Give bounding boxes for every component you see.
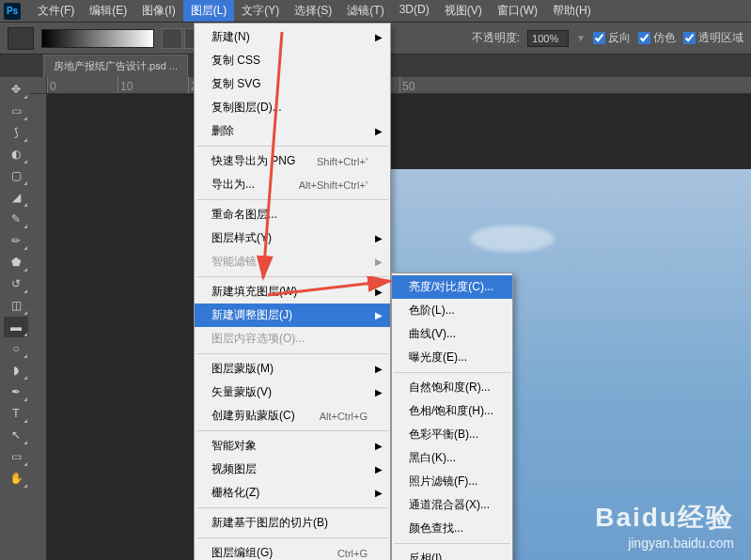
adjust-menu-item-9[interactable]: 照片滤镜(F)... xyxy=(392,470,512,493)
adjust-menu-item-10[interactable]: 通道混合器(X)... xyxy=(392,493,512,517)
gradient-tool[interactable]: ▬ xyxy=(4,317,28,337)
gradient-preview[interactable] xyxy=(41,29,154,48)
vertical-ruler[interactable] xyxy=(30,94,47,560)
adjustment-submenu: 亮度/对比度(C)...色阶(L)...曲线(V)...曝光度(E)...自然饱… xyxy=(391,272,513,560)
submenu-arrow-icon: ▶ xyxy=(375,464,383,474)
tool-preset[interactable] xyxy=(8,27,34,50)
layer-menu-item-13[interactable]: 新建填充图层(W)▶ xyxy=(195,280,390,303)
document-tab[interactable]: 房地产报纸广告设计.psd ... xyxy=(43,54,188,77)
opacity-label: 不透明度: xyxy=(472,30,520,46)
stamp-tool[interactable]: ⬟ xyxy=(4,252,28,272)
watermark-brand: Baidu经验 xyxy=(595,500,734,536)
layer-menu-item-14[interactable]: 新建调整图层(J)▶ xyxy=(195,303,390,327)
app-logo: Ps xyxy=(4,3,21,20)
adjust-menu-item-0[interactable]: 亮度/对比度(C)... xyxy=(392,275,512,299)
submenu-arrow-icon: ▶ xyxy=(375,441,383,451)
menu-图像(I)[interactable]: 图像(I) xyxy=(134,0,182,22)
submenu-arrow-icon: ▶ xyxy=(375,126,383,136)
submenu-arrow-icon: ▶ xyxy=(375,310,383,320)
adjust-menu-item-13[interactable]: 反相(I)... xyxy=(392,547,512,560)
watermark-url: jingyan.baidu.com xyxy=(595,536,734,551)
dropdown-arrow-icon[interactable]: ▼ xyxy=(576,33,586,43)
crop-tool[interactable]: ▢ xyxy=(4,165,28,186)
layer-menu-item-18[interactable]: 矢量蒙版(V)▶ xyxy=(195,381,390,404)
adjust-menu-item-7[interactable]: 色彩平衡(B)... xyxy=(392,423,512,446)
adjust-menu-item-6[interactable]: 色相/饱和度(H)... xyxy=(392,399,512,423)
transparency-checkbox[interactable]: 透明区域 xyxy=(683,30,743,46)
submenu-arrow-icon: ▶ xyxy=(375,233,383,243)
type-tool[interactable]: T xyxy=(4,403,28,424)
layer-menu-item-19[interactable]: 创建剪贴蒙版(C)Alt+Ctrl+G xyxy=(195,404,390,428)
adjust-menu-item-5[interactable]: 自然饱和度(R)... xyxy=(392,376,512,399)
move-tool[interactable]: ✥ xyxy=(4,79,28,100)
layer-menu-item-7[interactable]: 导出为...Alt+Shift+Ctrl+' xyxy=(195,173,390,196)
dither-checkbox[interactable]: 仿色 xyxy=(638,30,676,46)
menu-窗口(W)[interactable]: 窗口(W) xyxy=(490,0,545,22)
layer-menu-item-1[interactable]: 复制 CSS xyxy=(195,49,390,72)
eyedropper-tool[interactable]: ◢ xyxy=(4,187,28,208)
opacity-input[interactable] xyxy=(527,30,569,47)
layer-menu-item-6[interactable]: 快速导出为 PNGShift+Ctrl+' xyxy=(195,149,390,173)
menu-文字(Y)[interactable]: 文字(Y) xyxy=(234,0,287,22)
submenu-arrow-icon: ▶ xyxy=(375,257,383,267)
layer-menu-item-27[interactable]: 图层编组(G)Ctrl+G xyxy=(195,541,390,560)
menu-滤镜(T)[interactable]: 滤镜(T) xyxy=(339,0,391,22)
adjust-menu-item-1[interactable]: 色阶(L)... xyxy=(392,299,512,322)
tool-panel: ✥ ▭ ⟆ ◐ ▢ ◢ ✎ ✏ ⬟ ↺ ◫ ▬ ○ ◗ ✒ T ↖ ▭ ✋ xyxy=(2,77,30,490)
submenu-arrow-icon: ▶ xyxy=(375,287,383,297)
dodge-tool[interactable]: ◗ xyxy=(4,360,28,381)
layer-menu-item-17[interactable]: 图层蒙版(M)▶ xyxy=(195,357,390,381)
layer-menu-item-11: 智能滤镜▶ xyxy=(195,250,390,273)
layer-menu-item-22[interactable]: 视频图层▶ xyxy=(195,458,390,481)
healing-tool[interactable]: ✎ xyxy=(4,209,28,229)
submenu-arrow-icon: ▶ xyxy=(375,387,383,397)
path-select-tool[interactable]: ↖ xyxy=(4,425,28,445)
quick-select-tool[interactable]: ◐ xyxy=(4,144,28,164)
brush-tool[interactable]: ✏ xyxy=(4,230,28,251)
menu-选择(S)[interactable]: 选择(S) xyxy=(287,0,339,22)
shape-tool[interactable]: ▭ xyxy=(4,446,28,467)
gradient-linear[interactable] xyxy=(162,28,182,49)
menu-帮助(H)[interactable]: 帮助(H) xyxy=(545,0,599,22)
menu-视图(V)[interactable]: 视图(V) xyxy=(437,0,490,22)
watermark: Baidu经验 jingyan.baidu.com xyxy=(595,500,734,551)
hand-tool[interactable]: ✋ xyxy=(4,468,28,489)
menu-bar: Ps 文件(F)编辑(E)图像(I)图层(L)文字(Y)选择(S)滤镜(T)3D… xyxy=(0,0,751,23)
marquee-tool[interactable]: ▭ xyxy=(4,101,28,121)
layer-menu-item-21[interactable]: 智能对象▶ xyxy=(195,434,390,458)
ruler-origin[interactable] xyxy=(30,77,47,94)
layer-menu-item-15: 图层内容选项(O)... xyxy=(195,327,390,350)
layer-menu-item-23[interactable]: 栅格化(Z)▶ xyxy=(195,481,390,505)
submenu-arrow-icon: ▶ xyxy=(375,488,383,498)
pen-tool[interactable]: ✒ xyxy=(4,381,28,402)
reverse-checkbox[interactable]: 反向 xyxy=(593,30,631,46)
layer-menu-dropdown: 新建(N)▶复制 CSS复制 SVG复制图层(D)...删除▶快速导出为 PNG… xyxy=(194,23,391,560)
menu-图层(L)[interactable]: 图层(L) xyxy=(183,0,235,22)
blur-tool[interactable]: ○ xyxy=(4,338,28,359)
adjust-menu-item-11[interactable]: 颜色查找... xyxy=(392,517,512,540)
adjust-menu-item-8[interactable]: 黑白(K)... xyxy=(392,446,512,470)
layer-menu-item-10[interactable]: 图层样式(Y)▶ xyxy=(195,226,390,250)
layer-menu-item-4[interactable]: 删除▶ xyxy=(195,119,390,143)
menu-编辑(E)[interactable]: 编辑(E) xyxy=(82,0,134,22)
history-brush-tool[interactable]: ↺ xyxy=(4,273,28,294)
menu-文件(F)[interactable]: 文件(F) xyxy=(30,0,82,22)
layer-menu-item-9[interactable]: 重命名图层... xyxy=(195,203,390,226)
layer-menu-item-25[interactable]: 新建基于图层的切片(B) xyxy=(195,511,390,535)
adjust-menu-item-3[interactable]: 曝光度(E)... xyxy=(392,346,512,369)
menu-3D(D)[interactable]: 3D(D) xyxy=(392,0,437,22)
lasso-tool[interactable]: ⟆ xyxy=(4,122,28,143)
submenu-arrow-icon: ▶ xyxy=(375,32,383,42)
submenu-arrow-icon: ▶ xyxy=(375,364,383,374)
adjust-menu-item-2[interactable]: 曲线(V)... xyxy=(392,322,512,346)
layer-menu-item-0[interactable]: 新建(N)▶ xyxy=(195,25,390,49)
eraser-tool[interactable]: ◫ xyxy=(4,295,28,316)
layer-menu-item-3[interactable]: 复制图层(D)... xyxy=(195,96,390,119)
layer-menu-item-2[interactable]: 复制 SVG xyxy=(195,72,390,96)
horizontal-ruler[interactable]: 01020304050 xyxy=(47,77,751,94)
